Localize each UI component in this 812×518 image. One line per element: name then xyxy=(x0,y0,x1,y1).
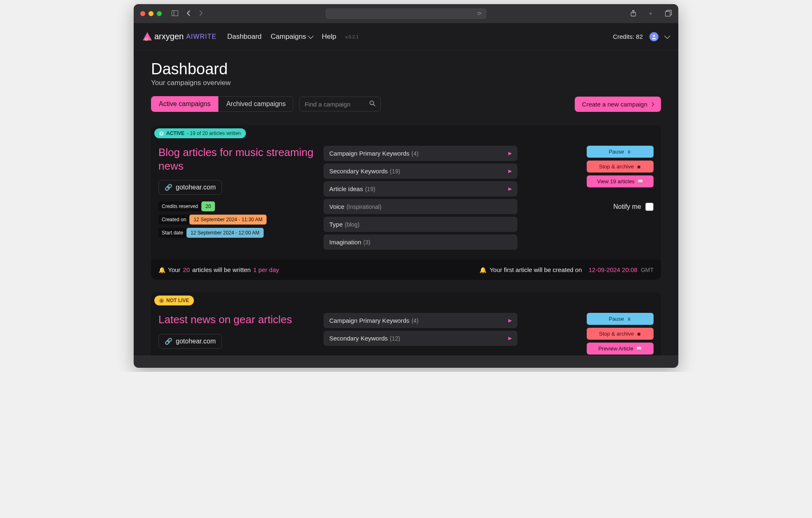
maximize-window-button[interactable] xyxy=(157,11,162,16)
pause-button[interactable]: Pause ⏸ xyxy=(587,146,654,158)
acc-secondary-keywords[interactable]: Secondary Keywords (19) ▶ xyxy=(323,163,517,179)
acc-count: (4) xyxy=(411,317,418,324)
campaign-title[interactable]: Latest news on gear articles xyxy=(158,313,315,326)
share-icon[interactable] xyxy=(630,10,636,18)
avatar[interactable] xyxy=(649,32,659,41)
triangle-right-icon: ▶ xyxy=(508,318,512,323)
stop-archive-button[interactable]: Stop & archive ⏹ xyxy=(587,328,654,340)
page-subtitle: Your campaigns overview xyxy=(151,79,661,87)
campaign-url[interactable]: 🔗 gotohear.com xyxy=(158,180,222,195)
acc-label: Imagination xyxy=(329,239,361,246)
tab-archived-campaigns[interactable]: Archived campaigns xyxy=(218,96,293,112)
version-label: v.0.2.1 xyxy=(345,34,359,39)
acc-label: Campaign Primary Keywords xyxy=(329,317,409,324)
stop-icon: ⏹ xyxy=(637,164,641,169)
content-area: Dashboard Your campaigns overview Active… xyxy=(134,50,678,355)
acc-label: Secondary Keywords xyxy=(329,168,388,175)
tab-active-campaigns[interactable]: Active campaigns xyxy=(151,96,218,112)
pause-label: Pause xyxy=(609,149,624,155)
close-window-button[interactable] xyxy=(140,11,145,16)
link-icon: 🔗 xyxy=(165,338,172,345)
pause-icon: ⏸ xyxy=(627,149,631,154)
triangle-right-icon: ▶ xyxy=(508,186,512,192)
start-date-value: 12 September 2024 - 12:00 AM xyxy=(186,228,264,238)
acc-count: (4) xyxy=(411,150,418,157)
acc-label: Campaign Primary Keywords xyxy=(329,150,409,157)
controls-row: Active campaigns Archived campaigns Find… xyxy=(151,96,661,112)
tabs-overview-icon[interactable] xyxy=(665,10,672,18)
stop-icon: ⏹ xyxy=(637,331,641,336)
back-icon[interactable] xyxy=(186,10,191,17)
logo[interactable]: arxygen AIWRITE xyxy=(143,32,217,41)
search-placeholder: Find a campaign xyxy=(304,101,369,108)
campaign-url[interactable]: 🔗 gotohear.com xyxy=(158,334,222,349)
acc-count: (3) xyxy=(364,239,371,246)
acc-type[interactable]: Type (blog) xyxy=(323,217,517,232)
svg-rect-0 xyxy=(172,10,178,16)
sidebar-toggle-icon[interactable] xyxy=(172,10,178,17)
svg-line-8 xyxy=(373,104,375,106)
credits-reserved-value: 20 xyxy=(201,201,215,211)
acc-primary-keywords[interactable]: Campaign Primary Keywords (4) ▶ xyxy=(323,146,517,161)
acc-count: (12) xyxy=(390,335,400,342)
created-on-value: 12 September 2024 - 11:30 AM xyxy=(189,215,267,225)
status-label: NOT LIVE xyxy=(166,298,189,303)
create-campaign-label: Create a new campaign xyxy=(582,101,647,108)
campaign-url-text: gotohear.com xyxy=(176,184,216,191)
acc-primary-keywords[interactable]: Campaign Primary Keywords (4) ▶ xyxy=(323,313,517,328)
acc-article-ideas[interactable]: Article ideas (19) ▶ xyxy=(323,181,517,196)
created-on-label: Created on xyxy=(158,215,189,225)
browser-titlebar: ⟳ ＋ xyxy=(134,4,678,23)
new-tab-icon[interactable]: ＋ xyxy=(648,10,654,17)
forward-icon[interactable] xyxy=(199,10,203,17)
account-menu-chevron-icon[interactable] xyxy=(664,33,670,39)
stop-archive-button[interactable]: Stop & archive ⏹ xyxy=(587,161,654,173)
bell-icon: 🔔 xyxy=(158,267,165,273)
acc-label: Article ideas xyxy=(329,185,363,192)
browser-window: ⟳ ＋ arxygen AIWRITE Dashboard Campaigns xyxy=(134,4,678,368)
chevron-down-icon xyxy=(308,33,314,39)
minimize-window-button[interactable] xyxy=(149,11,153,16)
notify-checkbox[interactable] xyxy=(645,203,654,211)
triangle-right-icon: ▶ xyxy=(508,168,512,174)
footer-text: articles will be written xyxy=(192,266,251,273)
url-bar[interactable]: ⟳ xyxy=(326,8,486,19)
notify-label: Notify me xyxy=(613,203,641,211)
triangle-right-icon: ▶ xyxy=(508,151,512,156)
search-icon xyxy=(369,100,375,108)
acc-secondary-keywords[interactable]: Secondary Keywords (12) ▶ xyxy=(323,331,517,346)
triangle-right-icon: ▶ xyxy=(508,336,512,341)
preview-article-button[interactable]: Preview Article 📖 xyxy=(587,343,654,355)
footer-count: 20 xyxy=(183,266,190,273)
link-icon: 🔗 xyxy=(165,184,172,191)
view-articles-button[interactable]: View 19 articles 📖 xyxy=(587,175,654,187)
chevron-right-icon xyxy=(650,102,654,106)
stop-label: Stop & archive xyxy=(599,331,634,337)
create-campaign-button[interactable]: Create a new campaign xyxy=(575,97,661,112)
acc-voice[interactable]: Voice (Inspirational) xyxy=(323,199,517,214)
footer-text: Your xyxy=(168,266,180,273)
nav-help[interactable]: Help xyxy=(322,33,336,41)
acc-label: Secondary Keywords xyxy=(329,335,388,342)
acc-imagination[interactable]: Imagination (3) xyxy=(323,234,517,250)
acc-label: Type xyxy=(329,221,343,228)
search-campaign-input[interactable]: Find a campaign xyxy=(299,97,381,111)
campaign-title[interactable]: Blog articles for music streaming news xyxy=(158,146,315,173)
book-icon: 📖 xyxy=(637,179,643,184)
preview-label: Preview Article xyxy=(598,345,633,352)
pause-button[interactable]: Pause ⏸ xyxy=(587,313,654,325)
nav-campaigns[interactable]: Campaigns xyxy=(271,33,313,41)
footer-rate: 1 per day xyxy=(253,266,279,273)
status-detail: - 19 of 20 articles written xyxy=(187,130,241,136)
reload-icon[interactable]: ⟳ xyxy=(477,11,482,17)
acc-label: Voice xyxy=(329,203,345,210)
start-date-label: Start date xyxy=(158,228,186,238)
book-icon: 📖 xyxy=(636,346,642,351)
footer-tz: GMT xyxy=(641,267,654,273)
nav-dashboard[interactable]: Dashboard xyxy=(227,33,262,41)
campaign-url-text: gotohear.com xyxy=(176,338,216,345)
app-root: arxygen AIWRITE Dashboard Campaigns Help… xyxy=(134,23,678,355)
campaign-footer: 🔔 Your 20 articles will be written 1 per… xyxy=(151,260,661,280)
page-title: Dashboard xyxy=(151,60,661,78)
dot-icon: ● xyxy=(159,298,164,303)
